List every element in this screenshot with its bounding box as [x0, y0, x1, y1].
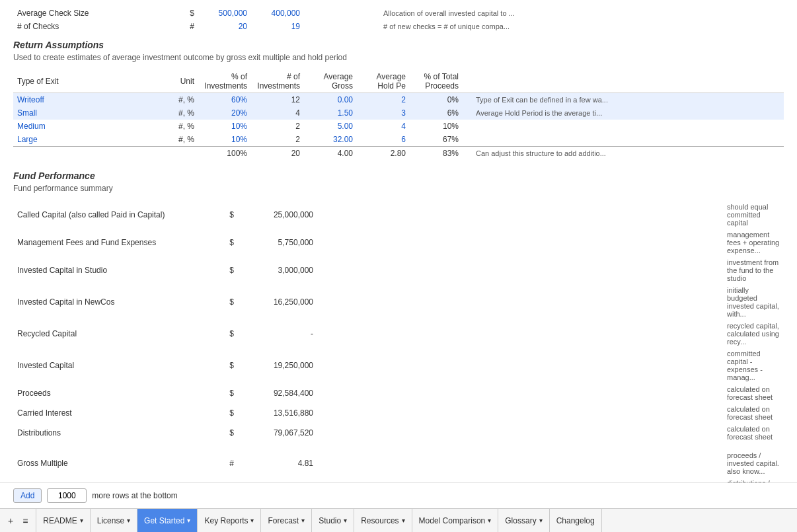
metrics-table-row: Net Multiple # 3.16 distributions / paid…: [13, 477, 784, 482]
num-invest-cell: 2: [251, 120, 304, 133]
fund-value: 3,000,000: [238, 256, 317, 284]
pct-proceeds-cell: 67%: [410, 133, 463, 147]
th-note: [463, 70, 784, 93]
tab-license[interactable]: License▾: [91, 509, 137, 532]
totals-unit: [165, 147, 198, 161]
unit-cell: #, %: [165, 120, 198, 133]
th-type-exit: Type of Exit: [13, 70, 165, 93]
metric-value: 4.81: [238, 449, 317, 477]
tab-changelog[interactable]: Changelog: [550, 509, 602, 532]
pct-invest-cell: 20%: [198, 106, 251, 120]
fund-note: should equal committed capital: [714, 201, 784, 229]
fund-unit: $: [211, 320, 238, 348]
fund-table-row: Management Fees and Fund Expenses $ 5,75…: [13, 229, 784, 256]
totals-avg-hold: 2.80: [357, 147, 410, 161]
tab-bar: + ≡ README▾License▾Get Started▾Key Repor…: [0, 508, 797, 532]
fund-note: management fees + operating expense...: [714, 229, 784, 256]
row-note: # of new checks = # of unique compa...: [370, 20, 784, 33]
fund-table-row: Carried Interest $ 13,516,880 calculated…: [13, 403, 784, 423]
fund-label: Recycled Capital: [13, 320, 211, 348]
pct-invest-cell: 10%: [198, 133, 251, 147]
tab-label: Changelog: [556, 516, 595, 525]
tab-arrow-icon: ▾: [301, 517, 305, 524]
fund-note: calculated on forecast sheet: [714, 403, 784, 423]
tab-label: Glossary: [505, 516, 536, 525]
add-button[interactable]: Add: [13, 488, 42, 503]
more-rows-text: more rows at the bottom: [92, 491, 177, 500]
row-val1: 20: [198, 20, 251, 33]
sheets-menu-button[interactable]: ≡: [20, 514, 30, 527]
fund-unit: $: [211, 348, 238, 383]
th-avg-gross: Average Gross: [304, 70, 357, 93]
avg-hold-cell: 2: [357, 93, 410, 107]
pct-proceeds-cell: 6%: [410, 106, 463, 120]
fund-table-row: Invested Capital in NewCos $ 16,250,000 …: [13, 284, 784, 320]
tab-glossary[interactable]: Glossary▾: [498, 509, 549, 532]
totals-pct-invest: 100%: [198, 147, 251, 161]
pct-invest-cell: 60%: [198, 93, 251, 107]
avg-hold-cell: 6: [357, 133, 410, 147]
fund-performance-title: Fund Performance: [13, 171, 784, 181]
tab-get-started[interactable]: Get Started▾: [137, 509, 198, 532]
return-table-row: Writeoff #, % 60% 12 0.00 2 0% Type of E…: [13, 93, 784, 107]
rows-count-input[interactable]: [47, 488, 87, 503]
tab-label: Get Started: [144, 516, 184, 525]
row-unit: #: [165, 20, 198, 33]
tab-readme[interactable]: README▾: [36, 509, 90, 532]
top-table: Average Check Size $ 500,000 400,000 All…: [13, 7, 784, 33]
row-unit: $: [165, 7, 198, 20]
return-assumptions-section: Return Assumptions Used to create estima…: [13, 40, 784, 160]
th-pct-invest: % of Investments: [198, 70, 251, 93]
fund-label: Management Fees and Fund Expenses: [13, 229, 211, 256]
add-sheet-button[interactable]: +: [5, 514, 16, 527]
tab-arrow-icon: ▾: [488, 517, 491, 524]
fund-unit: $: [211, 423, 238, 443]
num-invest-cell: 2: [251, 133, 304, 147]
return-note-cell: [463, 133, 784, 147]
exit-type-label: Writeoff: [13, 93, 165, 107]
tab-resources[interactable]: Resources▾: [354, 509, 412, 532]
fund-unit: $: [211, 229, 238, 256]
fund-note: initially budgeted invested capital, wit…: [714, 284, 784, 320]
th-pct-proceeds: % of Total Proceeds: [410, 70, 463, 93]
fund-table-row: Recycled Capital $ - recycled capital, c…: [13, 320, 784, 348]
add-row-bar: Add more rows at the bottom: [0, 482, 797, 508]
return-note-cell: [463, 120, 784, 133]
fund-performance-subtitle: Fund performance summary: [13, 184, 784, 193]
row-val2: 400,000: [251, 7, 304, 20]
return-table-row: Small #, % 20% 4 1.50 3 6% Average Hold …: [13, 106, 784, 120]
tab-key-reports[interactable]: Key Reports▾: [198, 509, 261, 532]
tab-arrow-icon: ▾: [250, 517, 254, 524]
fund-note: investment from the fund to the studio: [714, 256, 784, 284]
fund-unit: $: [211, 201, 238, 229]
metrics-table-row: Gross Multiple # 4.81 proceeds / investe…: [13, 449, 784, 477]
fund-value: -: [238, 320, 317, 348]
tab-label: Resources: [361, 516, 398, 525]
tab-label: Key Reports: [204, 516, 248, 525]
row-val1: 500,000: [198, 7, 251, 20]
avg-hold-cell: 3: [357, 106, 410, 120]
exit-type-label: Medium: [13, 120, 165, 133]
avg-gross-cell: 0.00: [304, 93, 357, 107]
row-label: # of Checks: [13, 20, 165, 33]
th-avg-hold: Average Hold Pe: [357, 70, 410, 93]
return-note-cell: Type of Exit can be defined in a few wa.…: [463, 93, 784, 107]
top-rows-section: Average Check Size $ 500,000 400,000 All…: [13, 7, 784, 33]
exit-type-label: Small: [13, 106, 165, 120]
tab-forecast[interactable]: Forecast▾: [261, 509, 312, 532]
pct-proceeds-cell: 0%: [410, 93, 463, 107]
tab-studio[interactable]: Studio▾: [312, 509, 354, 532]
unit-cell: #, %: [165, 133, 198, 147]
fund-value: 16,250,000: [238, 284, 317, 320]
fund-label: Distributions: [13, 423, 211, 443]
tab-model-comparison[interactable]: Model Comparison▾: [412, 509, 499, 532]
pct-proceeds-cell: 10%: [410, 120, 463, 133]
totals-label: [13, 147, 165, 161]
table-row: # of Checks # 20 19 # of new checks = # …: [13, 20, 784, 33]
fund-label: Carried Interest: [13, 403, 211, 423]
fund-unit: $: [211, 383, 238, 403]
pct-invest-cell: 10%: [198, 120, 251, 133]
exit-type-label: Large: [13, 133, 165, 147]
tab-arrow-icon: ▾: [80, 517, 83, 524]
return-table-row: Large #, % 10% 2 32.00 6 67%: [13, 133, 784, 147]
